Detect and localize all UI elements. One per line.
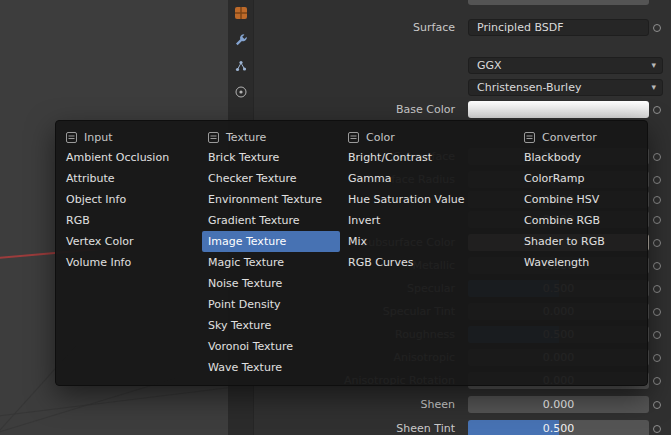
keyframe-dot[interactable] bbox=[653, 216, 661, 224]
sheen-tint-slider[interactable]: 0.500 bbox=[468, 420, 649, 435]
surface-dropdown-value: Principled BSDF bbox=[477, 20, 564, 35]
keyframe-dot[interactable] bbox=[653, 377, 661, 385]
checker-material-icon bbox=[234, 6, 248, 20]
menu-column-title: Convertor bbox=[542, 131, 597, 144]
prop-label: Sheen Tint bbox=[396, 420, 455, 435]
keyframe-dot[interactable] bbox=[653, 262, 661, 270]
prop-value: 0.500 bbox=[468, 420, 649, 435]
menu-item[interactable]: Environment Texture bbox=[202, 189, 340, 210]
keyframe-dot[interactable] bbox=[653, 153, 661, 161]
menu-item[interactable]: Volume Info bbox=[60, 252, 200, 273]
menu-item-image-texture[interactable]: Image Texture bbox=[202, 231, 340, 252]
subsurface-method-row: Christensen-Burley ▾ bbox=[254, 79, 671, 97]
base-color-label: Base Color bbox=[396, 101, 455, 118]
menu-item[interactable]: Attribute bbox=[60, 168, 200, 189]
keyframe-dot[interactable] bbox=[653, 176, 661, 184]
menu-item[interactable]: Gamma bbox=[342, 168, 514, 189]
menu-item[interactable]: RGB Curves bbox=[342, 252, 514, 273]
keyframe-dot[interactable] bbox=[653, 354, 661, 362]
sheen-tint-row: Sheen Tint 0.500 bbox=[254, 420, 671, 435]
keyframe-dot[interactable] bbox=[653, 196, 661, 204]
sheen-row: Sheen 0.000 bbox=[254, 396, 671, 414]
menu-item[interactable]: ColorRamp bbox=[518, 168, 644, 189]
menu-item[interactable]: Hue Saturation Value bbox=[342, 189, 514, 210]
menu-column-color: Color Bright/Contrast Gamma Hue Saturati… bbox=[342, 127, 514, 273]
menu-column-input: Input Ambient Occlusion Attribute Object… bbox=[60, 127, 200, 273]
menu-column-header: Convertor bbox=[518, 127, 644, 147]
material-tab[interactable] bbox=[232, 4, 249, 21]
menu-column-header: Input bbox=[60, 127, 200, 147]
keyframe-dot[interactable] bbox=[653, 24, 661, 32]
use-nodes-button-partial[interactable] bbox=[468, 0, 649, 5]
particles-tab[interactable] bbox=[232, 57, 249, 74]
distribution-dropdown[interactable]: GGX ▾ bbox=[468, 57, 663, 74]
add-node-menu: Input Ambient Occlusion Attribute Object… bbox=[55, 120, 648, 386]
menu-column-title: Color bbox=[366, 131, 395, 144]
menu-item[interactable]: Blackbody bbox=[518, 147, 644, 168]
subsurface-method-value: Christensen-Burley bbox=[477, 80, 581, 95]
menu-column-header: Texture bbox=[202, 127, 340, 147]
menu-item[interactable]: Shader to RGB bbox=[518, 231, 644, 252]
menu-item[interactable]: Point Density bbox=[202, 294, 340, 315]
subsurface-method-dropdown[interactable]: Christensen-Burley ▾ bbox=[468, 79, 663, 96]
chevron-down-icon: ▾ bbox=[651, 58, 656, 73]
physics-tab[interactable] bbox=[232, 83, 249, 100]
menu-item[interactable]: Vertex Color bbox=[60, 231, 200, 252]
node-category-icon bbox=[208, 132, 219, 143]
prop-label: Sheen bbox=[421, 396, 455, 413]
menu-column-title: Texture bbox=[226, 131, 266, 144]
surface-label: Surface bbox=[413, 19, 455, 36]
particles-icon bbox=[234, 59, 248, 73]
sheen-slider[interactable]: 0.000 bbox=[468, 396, 649, 413]
physics-icon bbox=[234, 85, 248, 99]
keyframe-dot[interactable] bbox=[653, 239, 661, 247]
modifiers-tab[interactable] bbox=[232, 31, 249, 48]
menu-item[interactable]: Combine HSV bbox=[518, 189, 644, 210]
keyframe-dot[interactable] bbox=[653, 401, 661, 409]
menu-item[interactable]: Wave Texture bbox=[202, 357, 340, 378]
wrench-modifiers-icon bbox=[234, 33, 248, 47]
menu-item[interactable]: Bright/Contrast bbox=[342, 147, 514, 168]
base-color-row: Base Color bbox=[254, 101, 671, 119]
chevron-down-icon: ▾ bbox=[651, 80, 656, 95]
menu-column-title: Input bbox=[84, 131, 112, 144]
keyframe-dot[interactable] bbox=[653, 308, 661, 316]
keyframe-dot[interactable] bbox=[653, 425, 661, 433]
base-color-swatch[interactable] bbox=[468, 101, 649, 118]
menu-item[interactable]: Wavelength bbox=[518, 252, 644, 273]
surface-row: Surface Principled BSDF bbox=[254, 19, 671, 37]
menu-column-convertor: Convertor Blackbody ColorRamp Combine HS… bbox=[518, 127, 644, 273]
menu-item[interactable]: Invert bbox=[342, 210, 514, 231]
menu-item[interactable]: Noise Texture bbox=[202, 273, 340, 294]
menu-item[interactable]: Brick Texture bbox=[202, 147, 340, 168]
menu-item[interactable]: Combine RGB bbox=[518, 210, 644, 231]
menu-item[interactable]: Voronoi Texture bbox=[202, 336, 340, 357]
menu-item[interactable]: Checker Texture bbox=[202, 168, 340, 189]
menu-item[interactable]: Ambient Occlusion bbox=[60, 147, 200, 168]
prop-value: 0.000 bbox=[468, 396, 649, 413]
menu-item[interactable]: Sky Texture bbox=[202, 315, 340, 336]
menu-item[interactable]: Magic Texture bbox=[202, 252, 340, 273]
distribution-row: GGX ▾ bbox=[254, 57, 671, 75]
node-category-icon bbox=[348, 132, 359, 143]
keyframe-dot[interactable] bbox=[653, 106, 661, 114]
node-category-icon bbox=[524, 132, 535, 143]
menu-item[interactable]: Mix bbox=[342, 231, 514, 252]
keyframe-dot[interactable] bbox=[653, 285, 661, 293]
menu-item[interactable]: Object Info bbox=[60, 189, 200, 210]
menu-column-header: Color bbox=[342, 127, 514, 147]
node-category-icon bbox=[66, 132, 77, 143]
surface-dropdown[interactable]: Principled BSDF bbox=[468, 19, 649, 36]
keyframe-dot[interactable] bbox=[653, 331, 661, 339]
distribution-value: GGX bbox=[477, 58, 502, 73]
menu-column-texture: Texture Brick Texture Checker Texture En… bbox=[202, 127, 340, 378]
menu-item[interactable]: RGB bbox=[60, 210, 200, 231]
menu-item[interactable]: Gradient Texture bbox=[202, 210, 340, 231]
